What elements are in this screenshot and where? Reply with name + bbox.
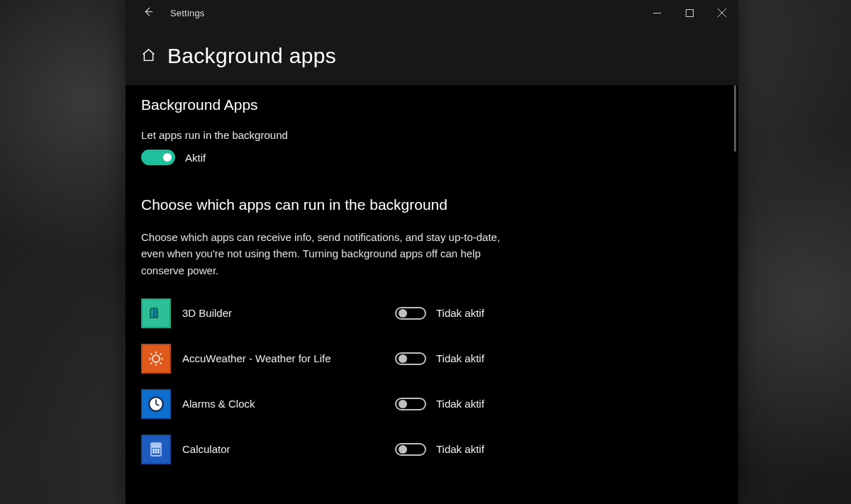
section-heading-background-apps: Background Apps [141, 96, 717, 113]
titlebar: Settings [126, 0, 738, 26]
svg-point-21 [158, 452, 160, 453]
app-icon-calculator [141, 435, 171, 464]
svg-rect-0 [686, 9, 693, 16]
svg-point-16 [153, 449, 155, 450]
svg-point-1 [152, 355, 160, 362]
section-heading-choose-apps: Choose which apps can run in the backgro… [141, 196, 717, 213]
toggle-knob [399, 354, 407, 363]
maximize-button[interactable] [673, 0, 706, 26]
svg-line-8 [151, 362, 152, 364]
master-toggle-label: Let apps run in the background [141, 129, 717, 141]
app-name: Alarms & Clock [182, 398, 395, 410]
master-toggle-state: Aktif [185, 152, 206, 164]
app-toggle-accuweather[interactable] [395, 352, 426, 365]
app-toggle-state: Tidak aktif [436, 307, 484, 319]
content: Background Apps Let apps run in the back… [126, 85, 734, 504]
home-icon[interactable] [141, 47, 156, 65]
app-name: Calculator [182, 443, 395, 455]
app-name: 3D Builder [182, 307, 395, 319]
back-button[interactable] [143, 6, 155, 20]
toggle-knob [399, 445, 407, 454]
svg-point-18 [158, 449, 160, 450]
app-toggle-alarms-clock[interactable] [395, 398, 426, 410]
settings-window: Settings Background apps [126, 0, 738, 504]
close-button[interactable] [706, 0, 738, 26]
svg-point-20 [155, 452, 157, 453]
app-icon-accuweather [141, 344, 171, 374]
svg-point-17 [155, 449, 157, 450]
app-toggle-calculator[interactable] [395, 443, 426, 456]
page-header: Background apps [126, 26, 738, 85]
app-toggle-3d-builder[interactable] [395, 307, 426, 320]
section-description: Choose which apps can receive info, send… [141, 229, 524, 279]
titlebar-left: Settings [126, 6, 205, 20]
app-toggle-state: Tidak aktif [436, 398, 484, 410]
app-toggle-state: Tidak aktif [436, 443, 484, 455]
toggle-knob [163, 153, 172, 162]
toggle-knob [399, 309, 407, 318]
toggle-knob [399, 400, 407, 408]
minimize-button[interactable] [640, 0, 673, 26]
app-name: AccuWeather - Weather for Life [182, 352, 395, 364]
app-row: AccuWeather - Weather for Life Tidak akt… [141, 341, 717, 376]
scrollbar[interactable] [734, 85, 737, 504]
content-wrap: Background Apps Let apps run in the back… [126, 85, 738, 504]
scrollbar-thumb[interactable] [734, 85, 736, 152]
svg-line-6 [151, 353, 152, 354]
app-toggle-state: Tidak aktif [436, 352, 484, 364]
app-row: 3D Builder Tidak aktif [141, 296, 717, 331]
app-icon-3d-builder [141, 298, 171, 328]
window-title: Settings [170, 8, 205, 18]
app-icon-alarms-clock [141, 389, 171, 419]
page-title: Background apps [167, 44, 336, 68]
svg-point-19 [153, 452, 155, 453]
master-toggle-row: Aktif [141, 150, 717, 165]
svg-rect-15 [152, 444, 160, 447]
master-toggle[interactable] [141, 150, 175, 165]
svg-line-7 [160, 362, 162, 364]
svg-line-9 [160, 353, 162, 354]
app-row: Alarms & Clock Tidak aktif [141, 386, 717, 422]
desktop-background: Settings Background apps [0, 0, 851, 504]
app-row: Calculator Tidak aktif [141, 432, 717, 467]
